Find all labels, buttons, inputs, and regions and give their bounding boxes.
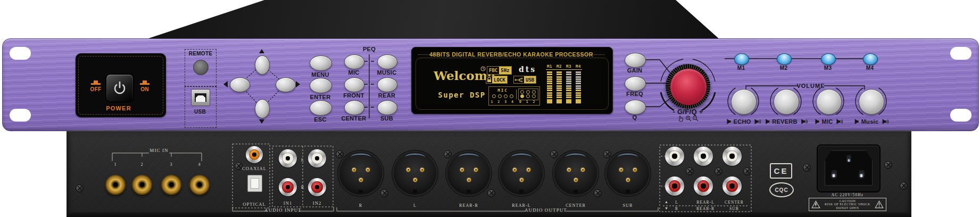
xlr-label: R bbox=[359, 203, 362, 208]
screw bbox=[487, 189, 495, 197]
rca-output-bottom-label: SUB bbox=[729, 206, 739, 211]
volume-knob[interactable] bbox=[731, 89, 757, 115]
vu-meter bbox=[566, 71, 571, 98]
meter-segment bbox=[576, 71, 581, 73]
volume-knob-label: MIC bbox=[813, 118, 843, 125]
screw bbox=[884, 161, 892, 169]
peq-right-button[interactable] bbox=[377, 77, 397, 92]
meter-segment bbox=[557, 71, 562, 73]
volume-knob-label: ECHO bbox=[726, 118, 761, 125]
memory-led bbox=[863, 53, 878, 65]
screw bbox=[76, 184, 84, 192]
memory-led-label: M1 bbox=[737, 65, 745, 71]
peq-right-label: MUSIC bbox=[377, 69, 397, 76]
volume-knob-label: Music bbox=[853, 118, 889, 125]
meter-segment bbox=[547, 94, 552, 96]
xlr-pin bbox=[626, 178, 630, 182]
meter-segment bbox=[557, 85, 562, 87]
pin-glint bbox=[833, 174, 835, 177]
memory-led-label: M2 bbox=[780, 65, 788, 71]
volume-knob[interactable] bbox=[816, 89, 842, 115]
xlr-pin bbox=[512, 167, 517, 172]
vu-meter bbox=[547, 71, 552, 98]
meter-segment bbox=[576, 90, 581, 91]
rca-output-white bbox=[665, 147, 684, 166]
meter-segment bbox=[547, 90, 552, 91]
meter-segment bbox=[557, 76, 562, 78]
input-r-label: R bbox=[301, 185, 304, 190]
meter-segment bbox=[576, 83, 581, 84]
xlr-pin bbox=[474, 167, 478, 172]
meter-segment bbox=[557, 92, 562, 94]
speaker-loud-icon bbox=[835, 119, 843, 124]
meter-segment bbox=[566, 81, 571, 82]
rca-output-red bbox=[665, 176, 684, 196]
xlr-notch bbox=[359, 190, 363, 193]
meter-segment bbox=[547, 78, 552, 80]
xlr-label: CENTER bbox=[566, 203, 586, 208]
meter-segment bbox=[566, 87, 571, 89]
screw bbox=[803, 164, 811, 172]
xlr-label: SUB bbox=[623, 203, 633, 208]
mic-in-number: 4 bbox=[198, 162, 201, 167]
meter-segment bbox=[566, 83, 571, 84]
in2-label: IN2 bbox=[313, 200, 322, 206]
gfq-button[interactable] bbox=[625, 53, 646, 68]
gfq-button[interactable] bbox=[625, 76, 646, 91]
rca-output-top-label: REAR-L bbox=[696, 200, 715, 205]
volume-knob[interactable] bbox=[859, 89, 884, 115]
xlr-connector bbox=[394, 152, 436, 195]
in1-label: IN1 bbox=[284, 200, 293, 206]
rca-output-red bbox=[694, 176, 713, 196]
xlr-pin bbox=[619, 167, 624, 172]
caution-line3: DONOT OPEN bbox=[825, 206, 870, 210]
peq-right-label: SUB bbox=[380, 115, 393, 122]
screw bbox=[603, 150, 611, 158]
meter-segment bbox=[547, 74, 552, 75]
xlr-pin bbox=[352, 167, 356, 172]
meter-label: M1 bbox=[547, 64, 552, 69]
rca-output-white bbox=[722, 147, 742, 166]
screw bbox=[743, 167, 751, 175]
xlr-notch bbox=[574, 190, 578, 193]
xlr-label: L bbox=[413, 203, 417, 208]
cqc-text: CQC bbox=[775, 187, 788, 193]
volume-knob-name: REVERB bbox=[772, 118, 798, 125]
meter-label: M4 bbox=[576, 64, 581, 69]
gfq-label: Q bbox=[633, 114, 637, 120]
meter-segment bbox=[566, 78, 571, 80]
pin-glint bbox=[848, 159, 850, 162]
peq-left-button[interactable] bbox=[344, 100, 364, 115]
xlr-notch bbox=[467, 190, 471, 193]
gfq-button[interactable] bbox=[625, 100, 646, 115]
speaker-loud-icon bbox=[753, 119, 761, 124]
screw bbox=[380, 189, 388, 197]
xlr-connector bbox=[339, 152, 382, 195]
volume-knob[interactable] bbox=[774, 89, 799, 115]
meter-segment bbox=[576, 92, 581, 94]
meter-segment bbox=[566, 90, 571, 91]
volume-knob-name: Music bbox=[861, 118, 879, 125]
meter-segment bbox=[576, 94, 581, 96]
mic-in-title: MIC IN bbox=[150, 148, 168, 153]
speaker-icon bbox=[764, 119, 770, 124]
coaxial-connector bbox=[246, 146, 263, 163]
rca-input-red bbox=[308, 178, 326, 196]
meter-segment bbox=[557, 97, 562, 98]
xlr-connector bbox=[500, 152, 543, 195]
speaker-icon bbox=[813, 119, 819, 124]
xlr-pin bbox=[633, 167, 637, 172]
rca-output-top-label: CENTER bbox=[725, 200, 744, 205]
caution-box: CAUTION RISK OF ELECTRIC SHOCK DONOT OPE… bbox=[809, 198, 886, 211]
peq-right-button[interactable] bbox=[377, 100, 397, 115]
screw bbox=[900, 182, 908, 190]
peq-right-button[interactable] bbox=[377, 54, 397, 69]
xlr-pin bbox=[580, 167, 585, 172]
xlr-pin bbox=[366, 167, 370, 172]
meter-segment bbox=[547, 87, 552, 89]
optical-connector bbox=[247, 175, 262, 192]
peq-left-button[interactable] bbox=[344, 77, 364, 92]
memory-led-label: M4 bbox=[866, 65, 874, 71]
peq-left-button[interactable] bbox=[344, 54, 364, 69]
meter-segment bbox=[566, 94, 571, 96]
